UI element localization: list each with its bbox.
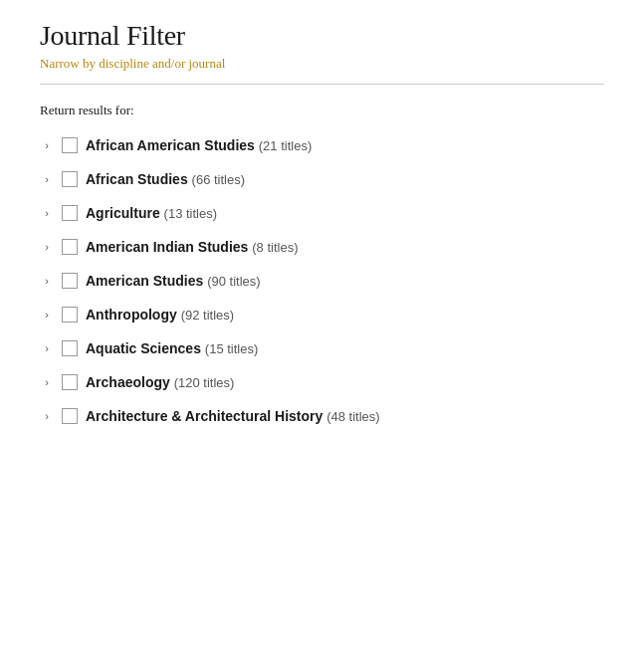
filter-checkbox[interactable] [62,171,78,187]
filter-count: (92 titles) [181,308,234,323]
chevron-right-icon[interactable]: › [40,308,54,322]
filter-label: American Studies (90 titles) [86,273,261,289]
chevron-right-icon[interactable]: › [40,341,54,355]
filter-count: (15 titles) [205,341,258,356]
list-item[interactable]: ›Architecture & Architectural History (4… [40,399,604,433]
filter-label: African Studies (66 titles) [86,171,245,187]
subtitle: Narrow by discipline and/or journal [40,56,604,85]
filter-checkbox[interactable] [62,408,78,424]
filter-count: (21 titles) [259,138,312,153]
filter-count: (8 titles) [252,240,298,255]
filter-checkbox[interactable] [62,374,78,390]
filter-label: Anthropology (92 titles) [86,307,234,323]
list-item[interactable]: ›Aquatic Sciences (15 titles) [40,331,604,365]
filter-label: African American Studies (21 titles) [86,137,312,153]
list-item[interactable]: ›African American Studies (21 titles) [40,128,604,162]
filter-count: (90 titles) [207,274,260,289]
list-item[interactable]: ›American Studies (90 titles) [40,264,604,298]
filter-count: (48 titles) [326,409,379,424]
list-item[interactable]: ›American Indian Studies (8 titles) [40,230,604,264]
list-item[interactable]: ›Anthropology (92 titles) [40,298,604,331]
filter-label: Aquatic Sciences (15 titles) [86,340,258,356]
chevron-right-icon[interactable]: › [40,409,54,423]
filter-list: ›African American Studies (21 titles)›Af… [40,128,604,433]
filter-count: (13 titles) [164,206,217,221]
filter-checkbox[interactable] [62,273,78,289]
filter-checkbox[interactable] [62,137,78,153]
page-title: Journal Filter [40,20,604,52]
return-label: Return results for: [40,103,604,118]
chevron-right-icon[interactable]: › [40,138,54,152]
chevron-right-icon[interactable]: › [40,172,54,186]
filter-count: (120 titles) [174,375,235,390]
chevron-right-icon[interactable]: › [40,206,54,220]
chevron-right-icon[interactable]: › [40,240,54,254]
filter-label: American Indian Studies (8 titles) [86,239,299,255]
filter-checkbox[interactable] [62,239,78,255]
chevron-right-icon[interactable]: › [40,375,54,389]
filter-checkbox[interactable] [62,307,78,323]
filter-label: Archaeology (120 titles) [86,374,234,390]
list-item[interactable]: ›African Studies (66 titles) [40,162,604,196]
filter-checkbox[interactable] [62,340,78,356]
chevron-right-icon[interactable]: › [40,274,54,288]
list-item[interactable]: ›Agriculture (13 titles) [40,196,604,230]
filter-checkbox[interactable] [62,205,78,221]
filter-count: (66 titles) [192,172,245,187]
list-item[interactable]: ›Archaeology (120 titles) [40,365,604,399]
filter-label: Agriculture (13 titles) [86,205,217,221]
filter-label: Architecture & Architectural History (48… [86,408,380,424]
